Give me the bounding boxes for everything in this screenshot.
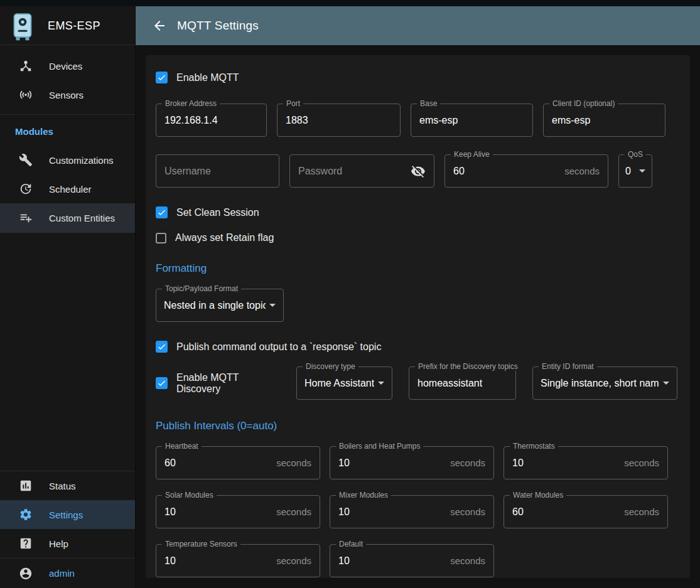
sensors-icon — [19, 88, 33, 102]
formatting-heading: Formatting — [156, 262, 680, 275]
default-interval-input[interactable] — [338, 555, 445, 567]
field-label: Broker Address — [162, 99, 220, 108]
enable-mqtt-checkbox[interactable] — [156, 72, 168, 83]
visibility-off-icon[interactable] — [411, 164, 426, 179]
sidebar-user[interactable]: admin — [0, 558, 135, 588]
publish-response-row: Publish command output to a `response` t… — [156, 341, 680, 353]
publish-response-label: Publish command output to a `response` t… — [176, 341, 381, 353]
heartbeat-input[interactable] — [164, 457, 271, 469]
app-title: EMS-ESP — [48, 19, 100, 33]
chevron-down-icon — [378, 382, 384, 385]
unit-suffix: seconds — [450, 457, 485, 468]
client-id-input[interactable] — [552, 115, 657, 126]
default-interval-field: Default seconds — [330, 544, 494, 577]
field-label: Mixer Modules — [336, 491, 391, 500]
sidebar-item-help[interactable]: Help — [0, 529, 135, 558]
chevron-down-icon — [663, 382, 669, 385]
field-label: QoS — [625, 150, 646, 159]
field-label: Topic/Payload Format — [162, 284, 241, 293]
sidebar-item-label: Devices — [49, 61, 82, 72]
solar-field: Solar Modules seconds — [156, 495, 320, 528]
chevron-down-icon — [269, 304, 276, 307]
page-title: MQTT Settings — [177, 19, 259, 33]
enable-mqtt-row: Enable MQTT — [156, 72, 680, 83]
thermostats-field: Thermostats seconds — [503, 446, 668, 479]
sidebar: EMS-ESP Devices Sensors Modules Customiz… — [0, 0, 136, 588]
qos-select[interactable]: QoS 0 — [618, 154, 652, 188]
discovery-type-select[interactable]: Discovery type Home Assistant — [296, 366, 392, 400]
discovery-prefix-field: Prefix for the Discovery topics — [409, 366, 516, 400]
username-field — [156, 154, 279, 188]
field-label: Prefix for the Discovery topics — [415, 362, 521, 371]
enable-discovery-label: Enable MQTT Discovery — [176, 372, 280, 395]
sidebar-item-label: Settings — [49, 510, 83, 520]
discovery-row: Enable MQTT Discovery Discovery type Hom… — [156, 366, 680, 400]
unit-suffix: seconds — [276, 457, 311, 468]
sidebar-item-label: Sensors — [49, 90, 83, 100]
field-label: Temperature Sensors — [162, 540, 240, 548]
ems-esp-logo-icon — [11, 13, 34, 40]
mixer-field: Mixer Modules seconds — [330, 495, 494, 528]
broker-address-field: Broker Address — [156, 104, 267, 137]
chevron-down-icon — [639, 169, 645, 173]
unit-suffix: seconds — [450, 555, 485, 566]
unit-suffix: seconds — [624, 506, 659, 517]
sidebar-item-settings[interactable]: Settings — [0, 500, 135, 529]
modules-section-header: Modules — [0, 115, 135, 146]
enable-mqtt-label: Enable MQTT — [176, 72, 239, 83]
wrench-icon — [19, 153, 33, 167]
sidebar-item-custom-entities[interactable]: Custom Entities — [0, 203, 135, 232]
discovery-prefix-input[interactable] — [417, 378, 507, 389]
field-label: Boilers and Heat Pumps — [336, 442, 423, 451]
clean-session-checkbox[interactable] — [156, 206, 168, 218]
boilers-input[interactable] — [338, 457, 445, 469]
field-label: Port — [283, 99, 303, 108]
username-input[interactable] — [164, 166, 271, 177]
retain-flag-checkbox[interactable] — [156, 233, 166, 243]
topic-format-select[interactable]: Topic/Payload Format Nested in a single … — [156, 289, 284, 322]
broker-address-input[interactable] — [164, 115, 258, 126]
device-hub-icon — [19, 59, 33, 73]
field-label: Thermostats — [510, 442, 558, 451]
enable-discovery-checkbox[interactable] — [156, 377, 168, 389]
unit-suffix: seconds — [276, 555, 311, 566]
heartbeat-field: Heartbeat seconds — [156, 446, 320, 479]
field-label: Entity ID format — [539, 362, 597, 371]
sidebar-item-sensors[interactable]: Sensors — [0, 80, 135, 109]
field-label: Solar Modules — [162, 491, 217, 500]
field-label: Heartbeat — [162, 442, 202, 451]
entity-format-select[interactable]: Entity ID format Single instance, short … — [532, 366, 677, 400]
sidebar-item-label: Status — [49, 481, 76, 491]
sidebar-item-status[interactable]: Status — [0, 471, 135, 500]
enable-discovery-row: Enable MQTT Discovery — [156, 372, 280, 395]
keep-alive-input[interactable] — [453, 166, 559, 177]
temperature-sensors-input[interactable] — [164, 555, 271, 567]
appbar: MQTT Settings — [136, 6, 700, 45]
sidebar-item-devices[interactable]: Devices — [0, 51, 135, 80]
water-input[interactable] — [512, 506, 619, 518]
mixer-input[interactable] — [338, 506, 445, 518]
help-icon — [19, 537, 33, 550]
back-arrow-icon[interactable] — [152, 18, 167, 33]
sidebar-item-scheduler[interactable]: Scheduler — [0, 174, 135, 203]
brand-header: EMS-ESP — [0, 0, 135, 45]
main-area: Enable MQTT Broker Address Port Base Cli… — [136, 45, 700, 588]
mqtt-settings-card: Enable MQTT Broker Address Port Base Cli… — [146, 55, 690, 578]
retain-flag-label: Always set Retain flag — [175, 232, 274, 243]
field-label: Client ID (optional) — [549, 99, 618, 108]
publish-intervals-heading: Publish Intervals (0=auto) — [156, 420, 680, 432]
temperature-sensors-field: Temperature Sensors seconds — [156, 544, 320, 577]
base-input[interactable] — [419, 115, 524, 126]
thermostats-input[interactable] — [512, 457, 619, 469]
account-circle-icon — [19, 567, 33, 580]
publish-response-checkbox[interactable] — [156, 341, 168, 353]
port-input[interactable] — [286, 115, 392, 126]
field-label: Water Modules — [510, 491, 566, 500]
password-input[interactable] — [298, 166, 406, 177]
solar-input[interactable] — [164, 506, 271, 518]
sidebar-item-label: Scheduler — [49, 184, 92, 195]
unit-suffix: seconds — [276, 506, 311, 517]
field-label: Discovery type — [303, 362, 358, 371]
user-name: admin — [49, 568, 75, 579]
sidebar-item-customizations[interactable]: Customizations — [0, 146, 135, 174]
